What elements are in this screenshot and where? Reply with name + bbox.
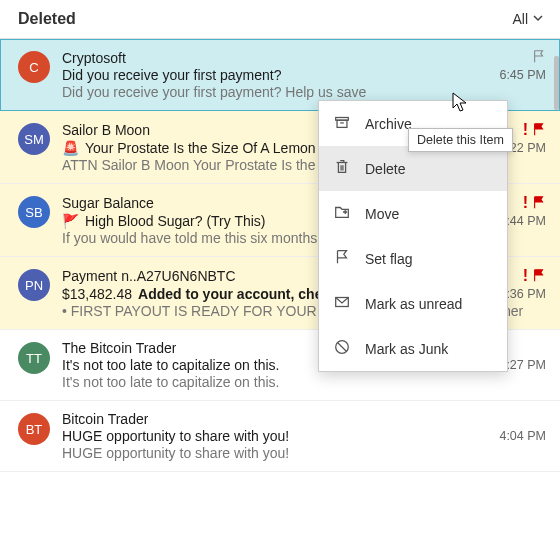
- avatar: BT: [18, 413, 50, 445]
- subject: 🚩High Blood Sugar? (Try This): [62, 213, 266, 229]
- menu-item-flag[interactable]: Set flag: [319, 236, 507, 281]
- subject: 🚨Your Prostate Is the Size Of A Lemon: [62, 140, 316, 156]
- preview-text: HUGE opportunity to share with you!: [62, 445, 546, 461]
- message-meta: !: [523, 194, 546, 212]
- message-meta: !: [523, 267, 546, 285]
- menu-item-label: Delete: [365, 161, 405, 177]
- flag-icon[interactable]: [532, 49, 546, 66]
- archive-icon: [333, 113, 351, 134]
- folder-title: Deleted: [18, 10, 76, 28]
- subject: HUGE opportunity to share with you!: [62, 428, 289, 444]
- flag-icon[interactable]: [532, 122, 546, 139]
- subject-text: High Blood Sugar? (Try This): [85, 213, 266, 229]
- message-row[interactable]: BT Bitcoin Trader HUGE opportunity to sh…: [0, 401, 560, 472]
- sender-name: Sugar Balance: [62, 195, 154, 211]
- menu-item-label: Set flag: [365, 251, 412, 267]
- subject-emoji-icon: 🚩: [62, 213, 79, 229]
- subject-text: HUGE opportunity to share with you!: [62, 428, 289, 444]
- sender-name: Payment n..A27U6N6NBTC: [62, 268, 236, 284]
- flag-icon[interactable]: [532, 195, 546, 212]
- junk-icon: [333, 338, 351, 359]
- subject-text: $13,482.48: [62, 286, 132, 302]
- timestamp: 6:45 PM: [499, 68, 546, 82]
- sender-name: The Bitcoin Trader: [62, 340, 176, 356]
- menu-item-label: Archive: [365, 116, 412, 132]
- subject-text: Did you receive your first payment?: [62, 67, 281, 83]
- sender-name: Cryptosoft: [62, 50, 126, 66]
- importance-icon: !: [523, 267, 528, 285]
- mouse-cursor: [452, 92, 468, 117]
- menu-item-move[interactable]: Move: [319, 191, 507, 236]
- message-body: Bitcoin Trader HUGE opportunity to share…: [62, 411, 546, 461]
- avatar: SM: [18, 123, 50, 155]
- message-body: Cryptosoft Did you receive your first pa…: [62, 49, 546, 100]
- flag-icon: [333, 248, 351, 269]
- subject: It's not too late to capitalize on this.: [62, 357, 279, 373]
- filter-dropdown[interactable]: All: [512, 11, 544, 27]
- filter-label: All: [512, 11, 528, 27]
- importance-icon: !: [523, 194, 528, 212]
- sender-name: Sailor B Moon: [62, 122, 150, 138]
- tooltip-text: Delete this Item: [417, 133, 504, 147]
- menu-item-label: Move: [365, 206, 399, 222]
- menu-item-label: Mark as Junk: [365, 341, 448, 357]
- menu-item-label: Mark as unread: [365, 296, 462, 312]
- menu-item-junk[interactable]: Mark as Junk: [319, 326, 507, 371]
- preview-text: Did you receive your first payment? Help…: [62, 84, 546, 100]
- sender-name: Bitcoin Trader: [62, 411, 148, 427]
- avatar: SB: [18, 196, 50, 228]
- message-meta: [532, 49, 546, 66]
- message-meta: !: [523, 121, 546, 139]
- avatar: C: [18, 51, 50, 83]
- chevron-down-icon: [532, 11, 544, 27]
- svg-rect-1: [337, 120, 347, 127]
- trash-icon: [333, 158, 351, 179]
- subject-text: It's not too late to capitalize on this.: [62, 357, 279, 373]
- svg-line-7: [338, 343, 347, 352]
- preview-text: It's not too late to capitalize on this.: [62, 374, 546, 390]
- menu-item-trash[interactable]: Delete: [319, 146, 507, 191]
- subject: Did you receive your first payment?: [62, 67, 281, 83]
- mail-icon: [333, 293, 351, 314]
- timestamp: 4:04 PM: [499, 429, 546, 443]
- avatar: TT: [18, 342, 50, 374]
- importance-icon: !: [523, 121, 528, 139]
- menu-item-mail[interactable]: Mark as unread: [319, 281, 507, 326]
- subject-emoji-icon: 🚨: [62, 140, 79, 156]
- folder-header: Deleted All: [0, 0, 560, 39]
- flag-icon[interactable]: [532, 268, 546, 285]
- tooltip: Delete this Item: [408, 128, 513, 152]
- avatar: PN: [18, 269, 50, 301]
- subject-text: Your Prostate Is the Size Of A Lemon: [85, 140, 316, 156]
- scrollbar-thumb[interactable]: [554, 56, 559, 110]
- move-icon: [333, 203, 351, 224]
